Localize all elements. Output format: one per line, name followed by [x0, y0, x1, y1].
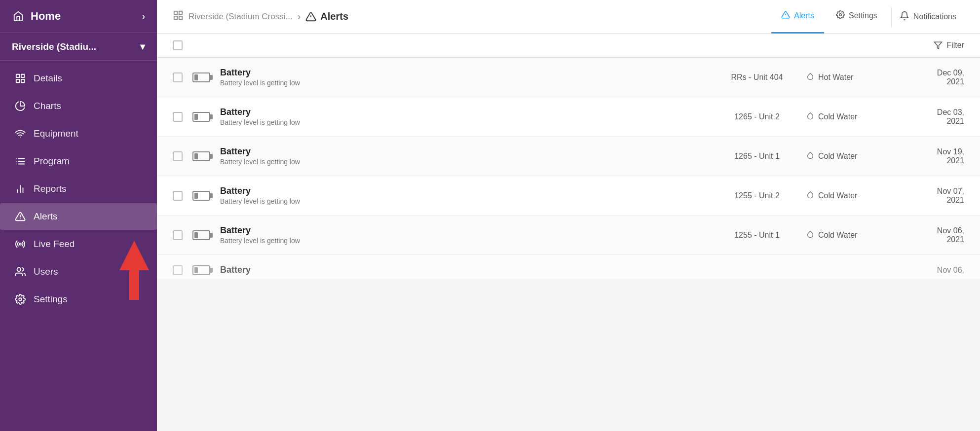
alert-unit-4: 1255 - Unit 2 [717, 191, 796, 200]
alert-subtitle-5: Battery level is getting low [220, 237, 708, 245]
svg-rect-1 [21, 74, 24, 77]
alert-type-5: Cold Water [806, 229, 895, 241]
tab-alerts[interactable]: Alerts [771, 0, 824, 34]
sidebar-item-charts-label: Charts [34, 101, 61, 111]
svg-point-18 [19, 298, 22, 301]
sidebar-item-charts[interactable]: Charts [0, 93, 157, 119]
sidebar-item-settings-label: Settings [34, 294, 68, 305]
alert-type-label-1: Hot Water [818, 73, 853, 82]
row-checkbox-6[interactable] [173, 265, 183, 275]
alert-row: Battery Battery level is getting low 126… [157, 97, 980, 137]
alert-unit-1: RRs - Unit 404 [717, 73, 796, 82]
sidebar-item-livefeed[interactable]: Live Feed [0, 231, 157, 257]
alert-unit-3: 1265 - Unit 1 [717, 152, 796, 161]
svg-rect-2 [21, 79, 24, 82]
row-checkbox-5[interactable] [173, 230, 183, 240]
sidebar-item-alerts[interactable]: Alerts [0, 203, 157, 230]
alert-type-label-3: Cold Water [818, 152, 857, 161]
row-checkbox-4[interactable] [173, 191, 183, 201]
header-tabs: Alerts Settings [771, 0, 887, 34]
main-content: Riverside (Stadium Crossi... › Alerts [157, 0, 980, 431]
battery-icon-4 [192, 191, 210, 201]
home-label: Home [31, 10, 61, 23]
alert-title-1: Battery [220, 68, 708, 78]
sidebar-item-users[interactable]: Users [0, 258, 157, 285]
users-icon [14, 265, 27, 278]
alerts-icon [14, 210, 27, 223]
alert-unit-5: 1255 - Unit 1 [717, 231, 796, 240]
alert-date-4: Nov 07,2021 [905, 187, 964, 205]
breadcrumb-location: Riverside (Stadium Crossi... [188, 12, 293, 22]
home-chevron-icon: › [142, 11, 145, 22]
alert-title-6: Battery [220, 265, 708, 275]
svg-point-16 [19, 243, 21, 245]
notifications-button[interactable]: Notifications [891, 7, 964, 27]
sidebar-item-program[interactable]: Program [0, 148, 157, 175]
location-label: Riverside (Stadiu... [12, 41, 96, 52]
alert-subtitle-2: Battery level is getting low [220, 118, 708, 126]
sidebar-item-equipment-label: Equipment [34, 128, 78, 139]
sidebar-item-program-label: Program [34, 156, 70, 167]
home-icon [12, 10, 25, 23]
alert-title-4: Battery [220, 186, 708, 196]
svg-rect-20 [174, 11, 177, 14]
alert-row: Battery Battery level is getting low 125… [157, 216, 980, 255]
alert-type-label-2: Cold Water [818, 112, 857, 121]
select-all-checkbox[interactable] [173, 40, 183, 50]
alert-date-1: Dec 09,2021 [905, 69, 964, 86]
alerts-toolbar: Filter [157, 34, 980, 58]
alert-date-3: Nov 19,2021 [905, 147, 964, 165]
alert-subtitle-4: Battery level is getting low [220, 197, 708, 205]
alert-title-3: Battery [220, 146, 708, 157]
home-nav-item[interactable]: Home › [0, 0, 157, 33]
location-chevron-icon: ▾ [140, 41, 145, 52]
tab-settings[interactable]: Settings [826, 0, 887, 34]
drop-icon-2 [806, 111, 814, 123]
settings-tab-icon [836, 10, 845, 22]
sidebar-item-settings[interactable]: Settings [0, 286, 157, 313]
sidebar-item-reports[interactable]: Reports [0, 176, 157, 202]
reports-icon [14, 182, 27, 195]
sidebar-item-details[interactable]: Details [0, 65, 157, 92]
top-header: Riverside (Stadium Crossi... › Alerts [157, 0, 980, 34]
alerts-tab-icon [781, 10, 790, 22]
svg-marker-29 [935, 42, 942, 49]
alert-type-3: Cold Water [806, 150, 895, 162]
alert-row-partial: Battery Nov 06, [157, 255, 980, 280]
program-icon [14, 155, 27, 168]
alert-date-6: Nov 06, [905, 266, 964, 275]
alert-subtitle-3: Battery level is getting low [220, 158, 708, 166]
alert-date-2: Dec 03,2021 [905, 108, 964, 126]
breadcrumb: Riverside (Stadium Crossi... › Alerts [173, 10, 348, 24]
tab-alerts-label: Alerts [794, 11, 814, 20]
drop-icon-5 [806, 229, 814, 241]
equipment-icon [14, 127, 27, 140]
svg-rect-21 [179, 11, 182, 14]
sidebar-item-details-label: Details [34, 73, 62, 84]
sidebar-item-livefeed-label: Live Feed [34, 239, 75, 250]
location-selector[interactable]: Riverside (Stadiu... ▾ [0, 33, 157, 61]
alert-info-3: Battery Battery level is getting low [220, 146, 708, 166]
svg-rect-3 [16, 79, 19, 82]
battery-icon-3 [192, 151, 210, 161]
alert-type-2: Cold Water [806, 111, 895, 123]
details-icon [14, 72, 27, 85]
filter-label: Filter [946, 41, 964, 50]
row-checkbox-2[interactable] [173, 112, 183, 122]
battery-icon-1 [192, 72, 210, 82]
alert-row: Battery Battery level is getting low RRs… [157, 58, 980, 97]
svg-point-28 [839, 13, 842, 16]
battery-icon-5 [192, 230, 210, 240]
filter-button[interactable]: Filter [934, 41, 964, 50]
alerts-list: Filter Battery Battery level is getting … [157, 34, 980, 431]
alert-info-5: Battery Battery level is getting low [220, 225, 708, 245]
row-checkbox-3[interactable] [173, 151, 183, 161]
drop-icon-3 [806, 150, 814, 162]
bell-icon [900, 11, 909, 23]
alert-info-1: Battery Battery level is getting low [220, 68, 708, 87]
svg-rect-0 [16, 74, 19, 77]
row-checkbox-1[interactable] [173, 72, 183, 82]
sidebar-item-equipment[interactable]: Equipment [0, 120, 157, 147]
svg-rect-22 [179, 16, 182, 19]
notifications-label: Notifications [913, 12, 956, 21]
